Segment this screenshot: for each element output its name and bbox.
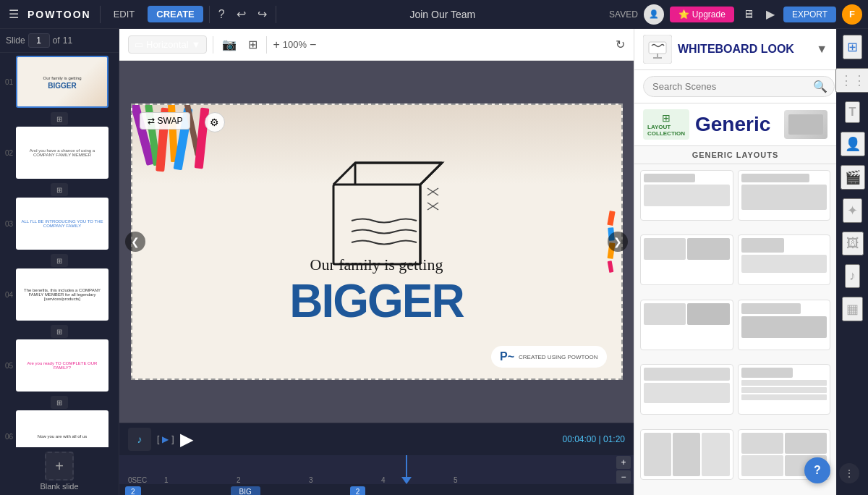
slide-item-1[interactable]: 01 Our family is getting BIGGER: [3, 56, 116, 108]
rotate-button[interactable]: ↻: [616, 38, 625, 51]
canvas-next-button[interactable]: ❯: [608, 232, 628, 252]
timeline-zoom-in-button[interactable]: +: [616, 456, 631, 469]
slide-nav-bar: Slide of 11: [0, 29, 119, 53]
layout-card-label-4: The topic: [739, 284, 830, 285]
animations-icon[interactable]: ✦: [843, 198, 862, 223]
layout-badge-text: LAYOUTCOLLECTION: [647, 124, 685, 137]
slide-action-btn-4[interactable]: ⊞: [51, 325, 68, 338]
search-scenes-button[interactable]: 🔍: [813, 80, 827, 93]
upgrade-button[interactable]: ⭐ Upgrade: [670, 7, 734, 22]
slide-item-4[interactable]: 04 The benefits, this includes a COMPANY…: [3, 268, 116, 321]
swap-icon: ⇄: [148, 116, 155, 126]
layout-card-4[interactable]: The topic: [738, 234, 831, 285]
toolbar-separator-2: [266, 36, 267, 54]
more-options-button[interactable]: ⋮: [839, 463, 859, 483]
slide-thumb-5[interactable]: Are you ready TO COMPLETE OUR FAMILY?: [16, 339, 109, 392]
slide-thumb-4[interactable]: The benefits, this includes a COMPANY FA…: [16, 268, 109, 321]
audio-icon[interactable]: ♪: [845, 264, 860, 288]
avatar: 👤: [644, 4, 664, 25]
layout-card-6[interactable]: Add your main point: [738, 300, 831, 350]
music-button[interactable]: ♪: [128, 428, 151, 451]
slide-item-3[interactable]: 03 ALL I'LL BE INTRODUCING YOU TO THE CO…: [3, 198, 116, 250]
slide-thumb-1[interactable]: Our family is getting BIGGER: [16, 56, 109, 108]
layouts-icon[interactable]: ⊞: [843, 35, 862, 59]
play-button[interactable]: ▶: [180, 429, 193, 449]
camera-icon[interactable]: 📷: [219, 35, 239, 54]
slide-total: 11: [63, 35, 72, 46]
slide-action-btn-5[interactable]: ⊞: [51, 396, 68, 409]
slide-thumb-6[interactable]: Now you are with all of us: [16, 410, 109, 447]
ruler-mark-5: 5: [454, 476, 526, 484]
layout-card-9[interactable]: Here's a list of 8: [640, 429, 733, 480]
whiteboard-chevron-icon[interactable]: ▼: [816, 43, 827, 56]
whiteboard-header: WHITEBOARD LOOK ▼: [643, 35, 827, 64]
editor-area: ▭ Horizontal ▼ 📷 ⊞ + 100% − ↻ ❮: [119, 29, 634, 495]
props-icon[interactable]: 🎬: [841, 165, 865, 190]
canvas-settings-button[interactable]: ⚙: [205, 112, 225, 132]
text-icon[interactable]: T: [845, 101, 861, 123]
time-current: 00:04:00: [562, 434, 596, 444]
grid-view-icon[interactable]: ⊞: [245, 35, 260, 54]
whiteboard-icon: [643, 35, 672, 64]
generic-layouts-label: GENERIC LAYOUTS: [634, 146, 836, 164]
scrubber-play-icon: ▶: [162, 434, 169, 444]
timeline-markers-row: 2 BIG 2: [119, 484, 634, 495]
images-icon[interactable]: 🖼: [842, 232, 864, 255]
timeline-area: ♪ [ ▶ ] ▶ 00:04:00 | 01:20 0SEC 1: [119, 423, 634, 495]
help-button[interactable]: ?: [804, 457, 830, 483]
user-avatar: F: [842, 4, 862, 25]
slide-item-2[interactable]: 02 And you have a chance of using a COMP…: [3, 127, 116, 179]
add-blank-slide-button[interactable]: +: [45, 452, 74, 481]
redo-icon[interactable]: ↪: [255, 4, 270, 24]
layout-card-8[interactable]: Four bullet points: [738, 364, 831, 415]
slide-action-btn-2[interactable]: ⊞: [51, 183, 68, 196]
layout-card-3[interactable]: Your title / The topic: [640, 234, 733, 285]
timeline-controls: ♪ [ ▶ ] ▶ 00:04:00 | 01:20: [119, 423, 634, 455]
far-right-icons: ⊞ ⋮⋮ T 👤 🎬 ✦ 🖼 ♪ ▦: [836, 29, 868, 495]
zoom-in-button[interactable]: +: [273, 38, 279, 51]
slide-thumb-2[interactable]: And you have a chance of using a COMPANY…: [16, 127, 109, 179]
undo-icon[interactable]: ↩: [234, 4, 249, 24]
help-icon[interactable]: ?: [216, 5, 228, 24]
canvas-subtitle: Our family is getting: [132, 255, 621, 274]
preview-play-icon[interactable]: ▶: [763, 4, 778, 24]
timeline-marker-mid[interactable]: BIG: [231, 486, 260, 496]
swap-button[interactable]: ⇄ SWAP: [140, 112, 191, 130]
layout-card-5[interactable]: Compare & Contrast: [640, 300, 733, 350]
search-scenes-input[interactable]: [643, 76, 835, 97]
timeline-marker-left[interactable]: 2: [125, 486, 141, 496]
slide-action-btn-1[interactable]: ⊞: [51, 112, 68, 125]
slide-item-5[interactable]: 05 Are you ready TO COMPLETE OUR FAMILY?: [3, 339, 116, 392]
monitor-icon[interactable]: 🖥: [740, 5, 757, 24]
layout-selector[interactable]: ▭ Horizontal ▼: [128, 35, 207, 54]
slide-item-6[interactable]: 06 Now you are with all of us: [3, 410, 116, 447]
slide-canvas[interactable]: ⇄ SWAP ⚙ Our family is getting BIGGER P~…: [131, 103, 623, 380]
layout-card-label-6: Add your main point: [739, 350, 830, 350]
edit-button[interactable]: EDIT: [106, 6, 142, 22]
slide-number-input[interactable]: [28, 33, 50, 48]
export-button[interactable]: EXPORT: [783, 7, 836, 22]
slide-action-row-5: ⊞: [3, 394, 116, 410]
timeline-marker-right[interactable]: 2: [350, 486, 366, 496]
blank-slide-area[interactable]: + Blank slide: [0, 447, 119, 495]
saved-status: SAVED: [609, 9, 638, 20]
layout-card-label-5: Compare & Contrast: [641, 350, 733, 350]
patterns-icon[interactable]: ⋮⋮: [835, 68, 869, 93]
layout-card-7[interactable]: Your big title: [640, 364, 733, 415]
zoom-out-button[interactable]: −: [310, 38, 316, 51]
canvas-prev-button[interactable]: ❮: [125, 232, 145, 252]
layout-card-2[interactable]: Your Awesome Title: [738, 170, 831, 221]
layout-card-1[interactable]: A Catchy Title: [640, 170, 733, 221]
layout-card-label-3: Your title / The topic: [641, 284, 733, 285]
slide-action-row-3: ⊞: [3, 253, 116, 268]
timeline-ruler[interactable]: 0SEC 1 2 3 4 5 + −: [119, 455, 634, 484]
presentation-title: Join Our Team: [282, 9, 603, 20]
ruler-marks-container: 0SEC 1 2 3 4 5: [128, 455, 625, 484]
create-button[interactable]: CREATE: [148, 6, 203, 22]
slide-action-btn-3[interactable]: ⊞: [51, 254, 68, 267]
menu-icon[interactable]: ☰: [6, 4, 22, 24]
backgrounds-icon[interactable]: ▦: [842, 297, 863, 321]
timeline-zoom-out-button[interactable]: −: [616, 470, 631, 483]
slide-thumb-3[interactable]: ALL I'LL BE INTRODUCING YOU TO THE COMPA…: [16, 198, 109, 250]
characters-icon[interactable]: 👤: [841, 132, 865, 156]
